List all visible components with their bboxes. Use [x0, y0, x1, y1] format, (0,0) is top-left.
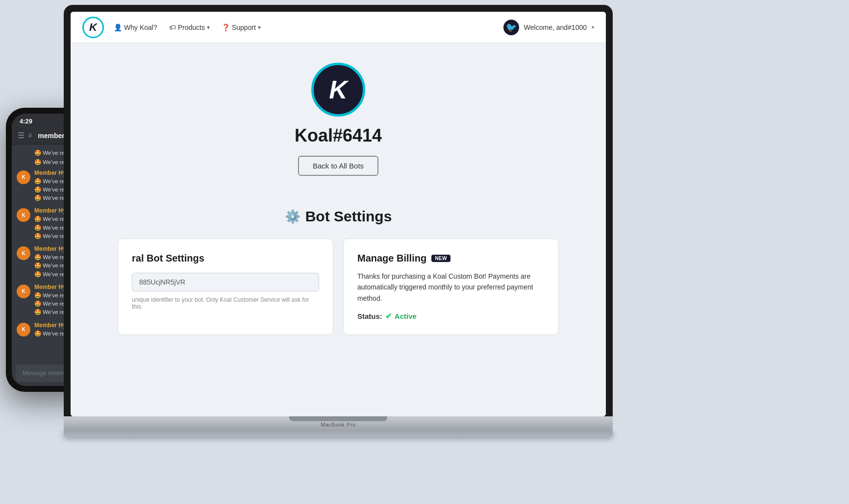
general-bot-settings-card: ral Bot Settings unique identifier to yo…	[118, 239, 333, 335]
nav-support[interactable]: ❓ Support ▾	[222, 24, 261, 31]
brand-logo[interactable]: K	[82, 17, 104, 38]
avatar: K	[17, 246, 30, 260]
bot-logo-letter: K	[329, 75, 348, 104]
new-badge: NEW	[431, 255, 450, 262]
avatar: K	[17, 285, 30, 298]
laptop-device: K 👤 Why Koal? 🏷 Products ▾ ❓ Support	[64, 5, 613, 475]
laptop-brand: MacBook Pro	[321, 422, 356, 428]
phone-time: 4:29	[20, 118, 32, 125]
hero-section: K Koal#6414 Back to All Bots	[80, 63, 596, 191]
settings-section: ⚙️ Bot Settings ral Bot Settings unique …	[118, 208, 559, 335]
billing-title-row: Manage Billing NEW	[357, 253, 545, 264]
tag-icon: 🏷	[169, 24, 176, 31]
navigation: K 👤 Why Koal? 🏷 Products ▾ ❓ Support	[71, 12, 606, 43]
status-label: Status:	[357, 312, 382, 320]
check-icon: ✔	[385, 312, 392, 321]
avatar: K	[17, 208, 30, 222]
nav-products[interactable]: 🏷 Products ▾	[169, 24, 210, 31]
avatar: K	[17, 323, 30, 336]
general-settings-title: ral Bot Settings	[132, 253, 319, 264]
billing-title: Manage Billing	[357, 253, 426, 264]
support-chevron-icon: ▾	[258, 24, 261, 31]
bot-name: Koal#6414	[295, 125, 382, 146]
nav-links: 👤 Why Koal? 🏷 Products ▾ ❓ Support ▾	[114, 24, 503, 31]
status-active-text: Active	[395, 312, 417, 320]
question-icon: 👤	[114, 24, 122, 31]
user-avatar: 🐦	[503, 20, 519, 35]
settings-icon: ⚙️	[285, 209, 300, 224]
hamburger-icon[interactable]: ☰	[18, 131, 25, 140]
laptop-screen: K 👤 Why Koal? 🏷 Products ▾ ❓ Support	[71, 12, 606, 416]
laptop-notch	[289, 416, 387, 421]
billing-status: Status: ✔ Active	[357, 312, 545, 321]
nav-right: 🐦 Welcome, and#1000 ▾	[503, 20, 594, 35]
user-dropdown-icon[interactable]: ▾	[592, 24, 594, 30]
avatar-icon: 🐦	[506, 22, 517, 33]
back-to-all-bots-button[interactable]: Back to All Bots	[298, 156, 378, 176]
avatar: K	[17, 170, 30, 184]
support-icon: ❓	[222, 24, 230, 31]
laptop-foot	[64, 430, 613, 437]
laptop-base: MacBook Pro	[64, 416, 613, 430]
bot-id-hint: unique identifier to your bot. Only Koal…	[132, 296, 319, 310]
billing-description: Thanks for purchasing a Koal Custom Bot!…	[357, 271, 545, 304]
main-content: K Koal#6414 Back to All Bots ⚙️ Bot Sett…	[71, 43, 606, 416]
logo-letter: K	[89, 21, 97, 34]
hash-icon: #	[28, 132, 32, 139]
laptop-screen-outer: K 👤 Why Koal? 🏷 Products ▾ ❓ Support	[64, 5, 613, 416]
nav-why-koal[interactable]: 👤 Why Koal?	[114, 24, 157, 31]
bot-id-input[interactable]	[132, 273, 319, 291]
settings-title: ⚙️ Bot Settings	[118, 208, 559, 225]
bot-logo: K	[311, 63, 365, 117]
nav-user-label[interactable]: Welcome, and#1000	[524, 24, 587, 31]
manage-billing-card: Manage Billing NEW Thanks for purchasing…	[343, 239, 559, 335]
products-chevron-icon: ▾	[207, 24, 210, 31]
settings-cards: ral Bot Settings unique identifier to yo…	[118, 239, 559, 335]
